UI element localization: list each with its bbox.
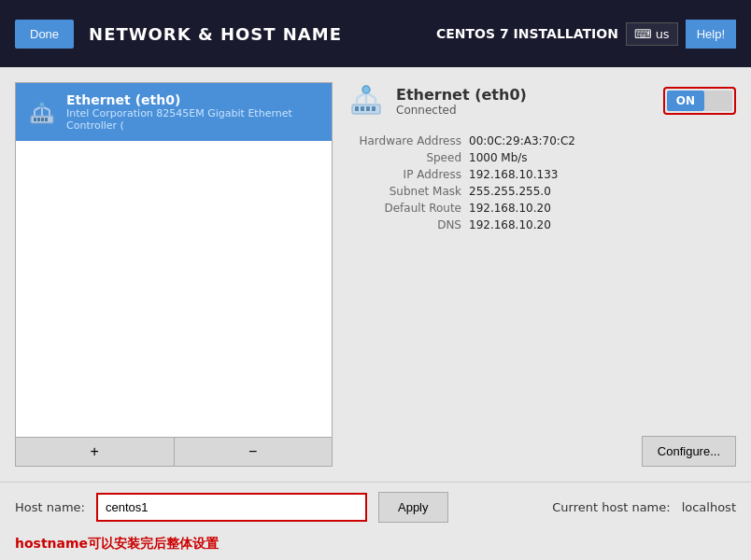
hardware-address-label: Hardware Address (347, 134, 469, 147)
svg-point-21 (362, 86, 370, 93)
dns-row: DNS 192.168.10.20 (347, 218, 736, 231)
help-button[interactable]: Help! (686, 20, 736, 49)
current-hostname-label: Current host name: (552, 500, 670, 514)
device-name-label: Ethernet (eth0) (396, 86, 527, 104)
apply-button[interactable]: Apply (378, 492, 448, 523)
ip-label: IP Address (347, 168, 469, 181)
ip-row: IP Address 192.168.10.133 (347, 168, 736, 181)
keyboard-selector[interactable]: ⌨ us (626, 22, 678, 46)
device-info: Ethernet (eth0) Connected (347, 82, 527, 119)
main-content: Ethernet (eth0) Intel Corporation 82545E… (0, 67, 751, 560)
centos-label: CENTOS 7 INSTALLATION (436, 26, 618, 41)
svg-rect-12 (355, 106, 359, 111)
device-title: Ethernet (eth0) Connected (396, 86, 527, 117)
default-route-value: 192.168.10.20 (469, 202, 551, 215)
header-left: Done NETWORK & HOST NAME (15, 20, 342, 49)
svg-rect-4 (45, 118, 48, 121)
done-button[interactable]: Done (15, 20, 74, 49)
annotation-bar: hostname可以安装完后整体设置 (0, 532, 751, 560)
page-title: NETWORK & HOST NAME (89, 24, 342, 44)
list-buttons: + − (15, 438, 333, 467)
ethernet-icon (27, 97, 57, 127)
svg-point-10 (39, 102, 45, 107)
header: Done NETWORK & HOST NAME CENTOS 7 INSTAL… (0, 0, 751, 67)
remove-interface-button[interactable]: − (175, 438, 333, 466)
interface-list: Ethernet (eth0) Intel Corporation 82545E… (15, 82, 333, 438)
toggle-switch[interactable]: ON (663, 87, 736, 115)
hostname-bar: Host name: Apply Current host name: loca… (0, 482, 751, 532)
svg-rect-15 (372, 106, 376, 111)
default-route-label: Default Route (347, 202, 469, 215)
toggle-off-area (704, 91, 732, 111)
svg-rect-2 (37, 118, 40, 121)
details-table: Hardware Address 00:0C:29:A3:70:C2 Speed… (347, 134, 736, 235)
configure-button[interactable]: Configure... (642, 436, 736, 467)
device-header: Ethernet (eth0) Connected ON (347, 82, 736, 119)
default-route-row: Default Route 192.168.10.20 (347, 202, 736, 215)
toggle-on-label: ON (667, 91, 704, 111)
hostname-input[interactable] (96, 493, 367, 522)
right-panel: Ethernet (eth0) Connected ON Hardware Ad… (347, 82, 736, 467)
interface-item-text: Ethernet (eth0) Intel Corporation 82545E… (66, 92, 320, 132)
annotation-text: hostname可以安装完后整体设置 (15, 536, 219, 551)
svg-rect-1 (34, 118, 36, 121)
subnet-row: Subnet Mask 255.255.255.0 (347, 185, 736, 198)
device-ethernet-icon (347, 82, 385, 119)
content-area: Ethernet (eth0) Intel Corporation 82545E… (0, 67, 751, 482)
current-hostname-value: localhost (682, 500, 736, 514)
ip-value: 192.168.10.133 (469, 168, 558, 181)
keyboard-icon: ⌨ (634, 27, 652, 41)
dns-value: 192.168.10.20 (469, 218, 551, 231)
dns-label: DNS (347, 218, 469, 231)
speed-row: Speed 1000 Mb/s (347, 151, 736, 164)
device-status-label: Connected (396, 104, 527, 117)
interface-description: Intel Corporation 82545EM Gigabit Ethern… (66, 107, 320, 132)
svg-rect-3 (41, 118, 44, 121)
subnet-value: 255.255.255.0 (469, 185, 551, 198)
keyboard-lang: us (656, 27, 670, 41)
speed-label: Speed (347, 151, 469, 164)
hardware-address-row: Hardware Address 00:0C:29:A3:70:C2 (347, 134, 736, 147)
hostname-label: Host name: (15, 500, 85, 514)
interface-name: Ethernet (eth0) (66, 92, 320, 107)
subnet-label: Subnet Mask (347, 185, 469, 198)
add-interface-button[interactable]: + (16, 438, 175, 466)
left-panel: Ethernet (eth0) Intel Corporation 82545E… (15, 82, 333, 467)
svg-rect-14 (366, 106, 370, 111)
svg-rect-13 (361, 106, 364, 111)
hardware-address-value: 00:0C:29:A3:70:C2 (469, 134, 575, 147)
speed-value: 1000 Mb/s (469, 151, 528, 164)
header-right: CENTOS 7 INSTALLATION ⌨ us Help! (436, 20, 736, 49)
interface-item[interactable]: Ethernet (eth0) Intel Corporation 82545E… (16, 83, 332, 141)
